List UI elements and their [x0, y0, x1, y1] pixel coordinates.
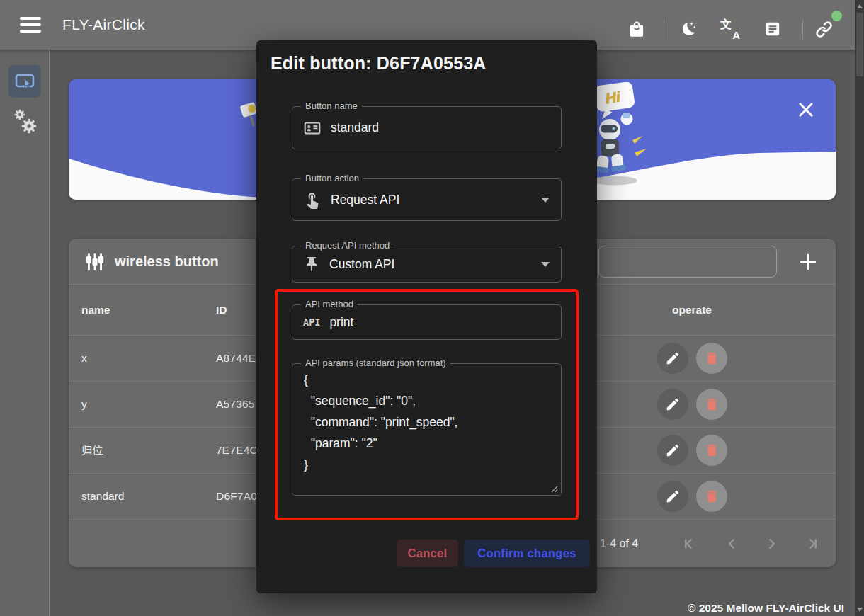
badge-icon — [303, 119, 322, 137]
edit-button[interactable] — [657, 343, 688, 374]
first-page-button[interactable] — [675, 530, 703, 558]
footer-copyright: © 2025 Mellow FLY-AirClick UI — [688, 602, 844, 615]
moon-icon-glyph — [678, 20, 698, 39]
document-icon[interactable] — [757, 13, 788, 45]
cancel-button[interactable]: Cancel — [397, 540, 458, 567]
column-header-operate: operate — [642, 285, 741, 335]
pencil-icon — [665, 489, 681, 504]
banner-close-button[interactable] — [793, 97, 819, 122]
confirm-changes-button[interactable]: Confirm changes — [464, 540, 590, 567]
dialog-title: Edit button: D6F7A0553A — [271, 53, 487, 74]
close-icon — [797, 101, 814, 118]
row-id: 7E7E4C — [216, 428, 258, 473]
api-params-label: API params (standard json format) — [301, 358, 450, 368]
sliders-icon — [84, 252, 106, 272]
dark-mode-moon-icon[interactable] — [672, 13, 703, 45]
connection-status-dot — [831, 11, 842, 21]
previous-page-button[interactable] — [717, 530, 746, 558]
gears-icon — [12, 108, 39, 136]
shopping-bag-icon-glyph — [627, 20, 646, 38]
add-button[interactable] — [794, 248, 822, 276]
request-api-method-select[interactable]: Request API method Custom API — [292, 246, 562, 283]
card-title: wireless button — [115, 253, 219, 270]
sidebar-item-remote[interactable] — [8, 65, 41, 98]
trash-icon — [704, 350, 720, 366]
api-text-icon: API — [303, 316, 320, 328]
row-name: x — [81, 336, 87, 381]
menu-hamburger-button[interactable] — [17, 13, 48, 36]
document-icon-glyph — [763, 20, 782, 38]
edit-button[interactable] — [657, 481, 688, 512]
chevron-left-icon — [723, 535, 740, 552]
pagination-range-label: 1-4 of 4 — [600, 537, 638, 550]
page-scrollbar[interactable] — [855, 0, 864, 616]
button-name-field[interactable]: Button name standard — [292, 106, 562, 149]
toolbar-separator — [802, 19, 803, 39]
row-name: y — [81, 382, 87, 427]
dropdown-arrow-icon — [541, 262, 550, 267]
delete-button[interactable] — [696, 481, 727, 512]
edit-button-dialog: Edit button: D6F7A0553A Button name stan… — [256, 40, 597, 593]
api-params-textarea[interactable]: API params (standard json format) { "seq… — [292, 363, 562, 496]
card-title-row: wireless button — [84, 239, 219, 285]
column-header-name: name — [81, 285, 110, 335]
translate-icon[interactable]: 文 A — [715, 13, 746, 45]
row-id: D6F7A0 — [216, 474, 257, 519]
request-api-method-value: Custom API — [329, 257, 394, 272]
first-page-icon — [681, 535, 698, 552]
trash-icon — [704, 443, 720, 458]
pencil-icon — [665, 350, 681, 366]
touch-screen-icon — [14, 71, 35, 92]
app-window: FLY-AirClick 文 A — [0, 0, 864, 616]
delete-button[interactable] — [696, 343, 727, 374]
api-method-value: print — [329, 315, 353, 330]
trash-icon — [704, 489, 720, 504]
row-id: A8744E — [216, 336, 256, 381]
scrollbar-thumb[interactable] — [856, 13, 863, 76]
dropdown-arrow-icon — [541, 198, 550, 203]
delete-button[interactable] — [696, 389, 727, 420]
push-pin-icon — [303, 256, 320, 273]
touch-app-icon — [303, 190, 322, 209]
last-page-icon — [804, 535, 821, 552]
api-method-field[interactable]: API method API print — [292, 304, 562, 340]
button-search-input[interactable] — [598, 246, 777, 278]
toolbar-separator — [664, 19, 664, 39]
button-name-value: standard — [331, 120, 379, 135]
resize-handle-icon[interactable] — [550, 485, 558, 493]
chevron-right-icon — [763, 535, 780, 552]
link-icon-glyph — [814, 20, 834, 39]
last-page-button[interactable] — [798, 530, 826, 558]
trash-icon — [704, 397, 720, 412]
next-page-button[interactable] — [758, 530, 786, 558]
app-title: FLY-AirClick — [62, 0, 145, 50]
left-sidebar — [0, 50, 50, 616]
scrollbar-down-arrow[interactable] — [857, 608, 863, 612]
edit-button[interactable] — [657, 435, 688, 466]
mascot-speech-text: Hi — [604, 89, 621, 108]
pencil-icon — [665, 397, 681, 412]
api-params-value[interactable]: { "sequence_id": "0", "command": "print_… — [304, 369, 551, 488]
sidebar-item-settings[interactable] — [12, 108, 39, 136]
button-action-value: Request API — [331, 193, 399, 207]
row-name: 归位 — [81, 428, 103, 473]
plus-icon — [798, 252, 818, 272]
shopping-bag-icon[interactable] — [621, 13, 652, 45]
row-name: standard — [81, 474, 124, 519]
scrollbar-up-arrow[interactable] — [857, 4, 863, 8]
pencil-icon — [665, 443, 681, 458]
delete-button[interactable] — [696, 435, 727, 466]
row-id: A57365 — [216, 382, 255, 427]
column-header-id: ID — [216, 285, 227, 335]
button-action-select[interactable]: Button action Request API — [292, 178, 562, 221]
edit-button[interactable] — [657, 389, 688, 420]
